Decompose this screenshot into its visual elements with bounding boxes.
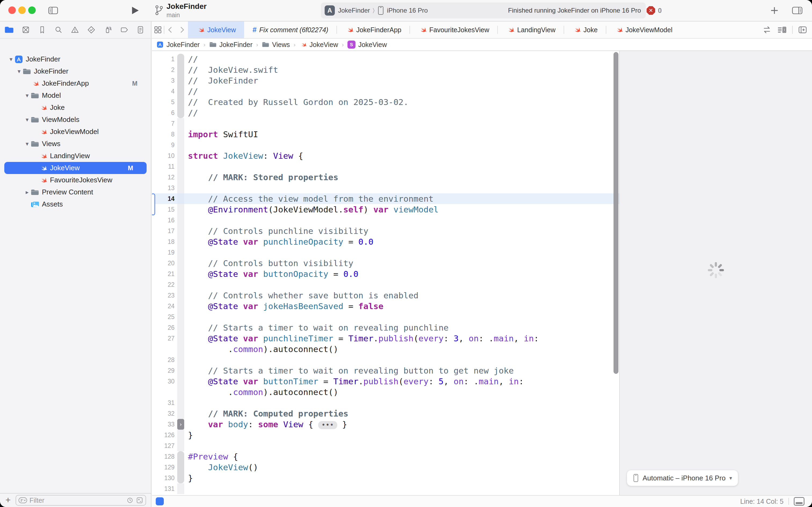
editor-tab-landingview[interactable]: LandingView [498, 21, 564, 38]
code-line[interactable]: 9 [152, 139, 619, 150]
sidebar-item-model[interactable]: ▾Model [0, 90, 151, 102]
code-line[interactable]: 10struct JokeView: View { [152, 150, 619, 161]
code-line[interactable]: 126} [152, 430, 619, 440]
code-line[interactable]: 4// [152, 86, 619, 97]
error-badge-icon[interactable]: ✕ [647, 6, 655, 15]
code-line[interactable]: .common).autoconnect() [152, 387, 619, 397]
code-line[interactable]: 30 @State var buttonTimer = Timer.publis… [152, 376, 619, 387]
line-col-indicator[interactable]: Line: 14 Col: 5 [740, 498, 784, 505]
go-forward-icon[interactable] [176, 21, 188, 38]
code-line[interactable]: 25 [152, 312, 619, 322]
code-line[interactable]: 13 [152, 183, 619, 193]
go-back-icon[interactable] [164, 21, 176, 38]
sidebar-item-viewmodels[interactable]: ▾ViewModels [0, 114, 151, 126]
code-line[interactable]: 127 [152, 440, 619, 451]
source-editor[interactable]: 1//2// JokeView.swift3// JokeFinder4//5/… [152, 51, 619, 495]
source-control-icon[interactable] [21, 25, 31, 35]
disclosure-open-icon[interactable]: ▾ [15, 68, 22, 75]
sidebar-item-views[interactable]: ▾Views [0, 138, 151, 150]
code-line[interactable]: 32 // MARK: Computed properties [152, 408, 619, 419]
breadcrumb-item[interactable]: JokeFinder [209, 41, 253, 49]
run-button[interactable] [128, 5, 140, 16]
add-toolbar-button[interactable] [768, 5, 780, 16]
toggle-debug-area-icon[interactable] [794, 497, 805, 506]
swap-editors-icon[interactable] [762, 21, 772, 38]
tests-icon[interactable] [87, 25, 96, 35]
editor-tab-jokeviewmodel[interactable]: JokeViewModel [606, 21, 681, 38]
code-line[interactable]: 7 [152, 118, 619, 129]
activity-status-bar[interactable]: A JokeFinder 〉 iPhone 16 Pro Finished ru… [321, 2, 646, 18]
project-navigator-icon[interactable] [4, 25, 14, 34]
code-line[interactable]: .common).autoconnect() [152, 344, 619, 354]
sidebar-item-favouritejokesview[interactable]: FavouriteJokesView [0, 174, 151, 186]
breadcrumb-item[interactable]: Views [262, 41, 290, 49]
editor-tab-jokeview[interactable]: JokeView [188, 21, 244, 38]
debug-icon[interactable] [103, 25, 112, 35]
code-line[interactable]: 26 // Starts a timer to wait on revealin… [152, 322, 619, 333]
code-line[interactable]: 20 // Controls button visibility [152, 258, 619, 269]
code-line[interactable]: 22 [152, 279, 619, 290]
editor-tab-jokefinderapp[interactable]: JokeFinderApp [337, 21, 409, 38]
editor-mode-indicator-icon[interactable] [156, 497, 164, 505]
code-line[interactable]: 17 // Controls punchline visibility [152, 226, 619, 236]
find-icon[interactable] [54, 25, 63, 35]
sidebar-item-jokeview[interactable]: JokeViewM [4, 162, 147, 174]
disclosure-open-icon[interactable]: ▾ [23, 140, 31, 148]
folded-code-ellipsis[interactable]: ••• [318, 421, 337, 429]
code-line[interactable]: 3// JokeFinder [152, 75, 619, 86]
sidebar-item-jokefinder[interactable]: ▾JokeFinder [0, 65, 151, 77]
code-line[interactable]: 6// [152, 107, 619, 118]
minimize-window-button[interactable] [18, 6, 26, 14]
sidebar-item-landingview[interactable]: LandingView [0, 150, 151, 162]
code-line[interactable]: 33› var body: some View { ••• } [152, 419, 619, 430]
toggle-navigator-sidebar-icon[interactable] [47, 5, 59, 16]
code-line[interactable]: 29 // Starts a timer to wait on revealin… [152, 365, 619, 376]
add-file-button[interactable]: + [5, 495, 11, 505]
reports-icon[interactable] [136, 25, 145, 35]
disclosure-open-icon[interactable]: ▾ [23, 92, 31, 99]
code-line[interactable]: 18 @State var punchlineOpacity = 0.0 [152, 236, 619, 247]
code-line[interactable]: 2// JokeView.swift [152, 64, 619, 75]
code-line[interactable]: 131 [152, 484, 619, 494]
sidebar-item-joke[interactable]: Joke [0, 102, 151, 114]
sidebar-item-jokefinderapp[interactable]: JokeFinderAppM [0, 77, 151, 90]
breadcrumb-item[interactable]: JokeView [299, 41, 338, 49]
code-line[interactable]: 27 @State var punchlineTimer = Timer.pub… [152, 333, 619, 344]
code-fold-marker-icon[interactable]: › [177, 419, 184, 430]
preview-device-button[interactable]: Automatic – iPhone 16 Pro ▾ [627, 470, 738, 486]
code-line[interactable]: 1// [152, 54, 619, 64]
code-line[interactable]: 128#Preview { [152, 451, 619, 462]
add-editor-icon[interactable] [798, 21, 808, 38]
code-line[interactable]: 5// Created by Russell Gordon on 2025-03… [152, 97, 619, 107]
zoom-window-button[interactable] [28, 6, 36, 14]
editor-tab-joke[interactable]: Joke [564, 21, 606, 38]
breadcrumb-item[interactable]: JokeFinder [156, 41, 200, 49]
code-line[interactable]: 24 @State var jokeHasBeenSaved = false [152, 301, 619, 312]
sidebar-item-preview-content[interactable]: ▸Preview Content [0, 186, 151, 198]
code-line[interactable]: 16 [152, 215, 619, 226]
code-line[interactable]: 8import SwiftUI [152, 129, 619, 139]
close-window-button[interactable] [8, 6, 16, 14]
code-line[interactable]: 129 JokeView() [152, 462, 619, 472]
recent-files-clock-icon[interactable] [126, 497, 134, 504]
issues-icon[interactable] [70, 25, 79, 35]
scheme-name[interactable]: JokeFinder [338, 7, 370, 14]
code-line[interactable]: 130} [152, 472, 619, 484]
code-line[interactable]: 12 // MARK: Stored properties [152, 172, 619, 183]
minimap-options-icon[interactable] [776, 21, 787, 38]
code-line[interactable]: 15 @Environment(JokeViewModel.self) var … [152, 204, 619, 215]
disclosure-closed-icon[interactable]: ▸ [23, 189, 31, 196]
code-line[interactable]: 28 [152, 354, 619, 365]
related-items-icon[interactable] [152, 21, 164, 38]
disclosure-open-icon[interactable]: ▾ [23, 116, 31, 123]
error-count[interactable]: 0 [658, 6, 661, 15]
editor-tab-fix-comment-6f02274-[interactable]: #Fix comment (6f02274) [245, 21, 337, 38]
code-line-highlighted[interactable]: 14 // Access the view model from the env… [152, 193, 619, 204]
bookmarks-icon[interactable] [38, 25, 47, 35]
destination-name[interactable]: iPhone 16 Pro [387, 7, 428, 14]
sidebar-item-jokeviewmodel[interactable]: JokeViewModel [0, 126, 151, 138]
breakpoints-icon[interactable] [119, 25, 129, 35]
code-line[interactable]: 31 [152, 397, 619, 408]
editor-tab-favouritejokesview[interactable]: FavouriteJokesView [410, 21, 497, 38]
sidebar-item-assets[interactable]: Assets [0, 198, 151, 210]
